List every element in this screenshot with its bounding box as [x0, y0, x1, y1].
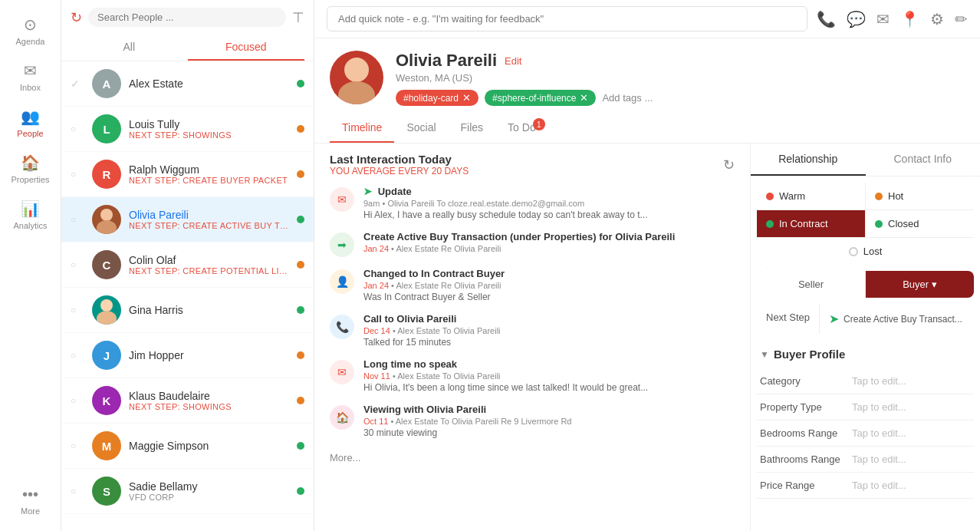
location-icon[interactable]: 📍: [900, 10, 919, 28]
analytics-icon: 📊: [21, 200, 40, 218]
tag-holiday-card: #holiday-card ✕: [396, 90, 478, 106]
quick-note-input[interactable]: [327, 6, 807, 31]
person-info: Jim Hopper: [129, 349, 289, 361]
refresh-icon[interactable]: ↻: [71, 9, 82, 26]
search-input[interactable]: [97, 12, 277, 23]
tl-meta: 9am • Olivia Pareili To cloze.real.estat…: [363, 199, 735, 208]
tab-relationship[interactable]: Relationship: [751, 143, 866, 176]
role-seller[interactable]: Seller: [757, 271, 865, 298]
field-label: Bedrooms Range: [760, 427, 852, 439]
hot-label: Hot: [888, 190, 903, 202]
person-info: Klaus Baudelaire NEXT STEP: SHOWINGS: [129, 390, 289, 411]
avatar: K: [92, 386, 121, 415]
person-check[interactable]: ○: [71, 486, 84, 496]
tag-remove-holiday[interactable]: ✕: [462, 92, 471, 104]
content-body: Last Interaction Today YOU AVERAGE EVERY…: [314, 143, 980, 531]
tab-social[interactable]: Social: [394, 114, 448, 143]
compose-icon[interactable]: ✏: [955, 10, 968, 28]
tl-body: Create Active Buy Transaction (under Pro…: [363, 231, 735, 255]
settings-icon[interactable]: ⚙: [930, 10, 944, 28]
list-item[interactable]: ○ R Ralph Wiggum NEXT STEP: CREATE BUYER…: [61, 152, 314, 197]
sidebar-item-more[interactable]: ••• More: [6, 480, 55, 522]
avatar: [92, 205, 121, 234]
status-dot: [297, 216, 304, 223]
tl-body: Long time no speak Nov 11 • Alex Estate …: [363, 358, 735, 393]
field-value[interactable]: Tap to edit...: [852, 375, 906, 387]
sidebar-item-properties[interactable]: 🏠 Properties: [6, 147, 55, 190]
buyer-profile-title: ▼ Buyer Profile: [757, 340, 974, 368]
edit-link[interactable]: Edit: [505, 55, 521, 67]
tl-viewing-icon: 🏠: [330, 405, 354, 430]
chevron-down-icon[interactable]: ▼: [760, 349, 769, 360]
chat-icon[interactable]: 💬: [847, 10, 866, 28]
person-check[interactable]: ○: [71, 124, 84, 134]
list-item[interactable]: ○ M Maggie Simpson: [61, 424, 314, 469]
content-tabs-row: Timeline Social Files To Do 1: [314, 114, 980, 143]
avatar: S: [92, 477, 121, 506]
person-check[interactable]: ○: [71, 169, 84, 180]
tab-todo[interactable]: To Do 1: [495, 114, 548, 143]
tab-contact-info[interactable]: Contact Info: [866, 143, 981, 176]
status-dot: [297, 261, 304, 269]
list-item[interactable]: ○ C Colin Olaf NEXT STEP: CREATE POTENTI…: [61, 242, 314, 288]
tl-title: Long time no speak: [363, 358, 735, 370]
field-value[interactable]: Tap to edit...: [852, 480, 906, 491]
tag-remove-sphere[interactable]: ✕: [580, 92, 588, 104]
timeline-item: ✉ Long time no speak Nov 11 • Alex Estat…: [330, 358, 735, 393]
person-name: Olivia Pareili: [129, 209, 289, 221]
timeline-refresh-icon[interactable]: ↻: [723, 157, 735, 173]
tag-label: #holiday-card: [403, 93, 459, 104]
next-step-value[interactable]: ➤ Create Active Buy Transact...: [820, 304, 974, 334]
list-item[interactable]: ○ L Louis Tully NEXT STEP: SHOWINGS: [61, 107, 314, 152]
lost-circle: [849, 247, 858, 256]
sidebar-item-inbox[interactable]: ✉ Inbox: [6, 55, 55, 98]
person-check[interactable]: ○: [71, 440, 84, 451]
person-check[interactable]: ○: [71, 259, 84, 270]
person-check[interactable]: ○: [71, 350, 84, 361]
quick-note-bar: 📞 💬 ✉ 📍 ⚙ ✏: [314, 0, 980, 38]
sidebar-item-analytics[interactable]: 📊 Analytics: [6, 193, 55, 236]
main-content: 📞 💬 ✉ 📍 ⚙ ✏ Olivia Pareili Edit Weston, …: [314, 0, 980, 531]
list-item[interactable]: ○ Olivia Pareili NEXT STEP: CREATE ACTIV…: [61, 197, 314, 242]
person-check[interactable]: ○: [71, 214, 84, 225]
timeline-item: 🏠 Viewing with Olivia Pareili Oct 11 • A…: [330, 404, 735, 438]
person-check[interactable]: ○: [71, 395, 84, 406]
status-closed[interactable]: Closed: [866, 210, 974, 237]
last-interaction-info: Last Interaction Today YOU AVERAGE EVERY…: [330, 153, 469, 176]
list-item[interactable]: ✓ A Alex Estate: [61, 61, 314, 107]
person-check[interactable]: ○: [71, 305, 84, 315]
list-item[interactable]: ○ Gina Harris: [61, 288, 314, 333]
list-item[interactable]: ○ J Jim Hopper: [61, 333, 314, 378]
person-sub: NEXT STEP: SHOWINGS: [129, 130, 289, 140]
next-step-row: Next Step ➤ Create Active Buy Transact..…: [757, 304, 974, 334]
status-warm[interactable]: Warm: [757, 183, 865, 209]
person-check[interactable]: ✓: [71, 78, 84, 90]
tab-files[interactable]: Files: [449, 114, 496, 143]
role-buyer[interactable]: Buyer ▾: [866, 271, 974, 298]
field-value[interactable]: Tap to edit...: [852, 453, 906, 465]
status-hot[interactable]: Hot: [866, 183, 974, 209]
filter-icon[interactable]: ⊤: [292, 9, 304, 26]
status-lost[interactable]: Lost: [757, 238, 974, 265]
sidebar-item-agenda[interactable]: ⊙ Agenda: [6, 9, 55, 52]
add-tags-button[interactable]: Add tags ...: [602, 92, 653, 104]
mail-icon[interactable]: ✉: [876, 10, 890, 28]
tl-desc: Hi Alex, I have a really busy schedule t…: [363, 209, 735, 220]
field-value[interactable]: Tap to edit...: [852, 427, 906, 439]
tab-all[interactable]: All: [71, 35, 188, 61]
list-item[interactable]: ○ K Klaus Baudelaire NEXT STEP: SHOWINGS: [61, 378, 314, 424]
timeline-item: 📞 Call to Olivia Pareili Dec 14 • Alex E…: [330, 313, 735, 348]
sidebar-item-people[interactable]: 👥 People: [6, 101, 55, 144]
tab-timeline[interactable]: Timeline: [330, 114, 394, 143]
avatar: J: [92, 341, 121, 370]
field-value[interactable]: Tap to edit...: [852, 401, 906, 413]
person-info: Gina Harris: [129, 304, 289, 316]
phone-icon[interactable]: 📞: [817, 10, 836, 28]
list-item[interactable]: ○ S Sadie Bellamy VFD Corp: [61, 469, 314, 514]
tab-focused[interactable]: Focused: [188, 35, 305, 61]
status-in-contract[interactable]: In Contract: [757, 210, 865, 237]
avatar: A: [92, 69, 121, 98]
more-link[interactable]: More...: [330, 449, 735, 467]
person-sub: NEXT STEP: SHOWINGS: [129, 402, 289, 411]
avatar: M: [92, 431, 121, 460]
